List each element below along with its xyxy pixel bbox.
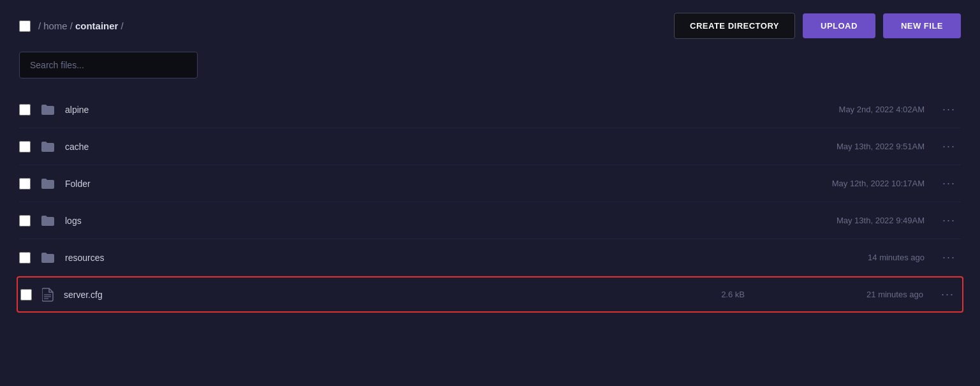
file-list: alpine May 2nd, 2022 4:02AM ··· cache Ma… (19, 91, 961, 313)
breadcrumb-separator-3: / (121, 20, 123, 31)
header-left: / home / container / (19, 20, 124, 32)
file-checkbox-4[interactable] (19, 252, 31, 264)
header-actions: CREATE DIRECTORY UPLOAD NEW FILE (674, 13, 961, 39)
folder-icon (41, 252, 55, 264)
file-date: 21 minutes ago (783, 290, 923, 299)
file-date: May 13th, 2022 9:49AM (784, 216, 925, 225)
folder-icon (41, 215, 55, 226)
table-row: logs May 13th, 2022 9:49AM ··· (19, 202, 961, 239)
file-more-options[interactable]: ··· (937, 137, 961, 156)
file-name[interactable]: Folder (65, 179, 695, 189)
file-name[interactable]: logs (65, 216, 695, 226)
file-name[interactable]: server.cfg (64, 290, 694, 300)
file-date: 14 minutes ago (784, 253, 925, 262)
file-checkbox-5[interactable] (20, 289, 32, 301)
file-name[interactable]: cache (65, 142, 695, 152)
breadcrumb-separator-2: / (70, 20, 73, 31)
file-name[interactable]: resources (65, 253, 695, 263)
new-file-button[interactable]: NEW FILE (883, 13, 961, 38)
file-more-options[interactable]: ··· (937, 174, 961, 193)
file-checkbox-1[interactable] (19, 141, 31, 152)
file-size: 2.6 kB (694, 290, 745, 299)
select-all-checkbox[interactable] (19, 20, 31, 32)
breadcrumb: / home / container / (38, 20, 124, 31)
upload-button[interactable]: UPLOAD (803, 13, 875, 38)
table-row: alpine May 2nd, 2022 4:02AM ··· (19, 91, 961, 128)
breadcrumb-separator-1: / (38, 20, 41, 31)
breadcrumb-current[interactable]: container (75, 20, 119, 31)
folder-icon (41, 178, 55, 189)
table-row: cache May 13th, 2022 9:51AM ··· (19, 128, 961, 165)
table-row: Folder May 12th, 2022 10:17AM ··· (19, 165, 961, 202)
file-icon (42, 288, 54, 302)
folder-icon (41, 141, 55, 152)
file-date: May 2nd, 2022 4:02AM (784, 105, 925, 114)
file-date: May 13th, 2022 9:51AM (784, 142, 925, 151)
file-checkbox-2[interactable] (19, 178, 31, 189)
file-checkbox-0[interactable] (19, 104, 31, 115)
file-more-options[interactable]: ··· (937, 100, 961, 119)
header: / home / container / CREATE DIRECTORY UP… (19, 13, 961, 39)
page-container: / home / container / CREATE DIRECTORY UP… (0, 0, 980, 325)
file-more-options[interactable]: ··· (937, 211, 961, 230)
search-input[interactable] (19, 52, 198, 78)
table-row: resources 14 minutes ago ··· (19, 239, 961, 276)
breadcrumb-home[interactable]: home (43, 20, 68, 31)
folder-icon (41, 104, 55, 115)
file-name[interactable]: alpine (65, 105, 695, 115)
file-more-options[interactable]: ··· (936, 285, 960, 304)
table-row: server.cfg 2.6 kB 21 minutes ago ··· (17, 276, 963, 313)
create-directory-button[interactable]: CREATE DIRECTORY (674, 13, 795, 39)
file-checkbox-3[interactable] (19, 215, 31, 226)
file-date: May 12th, 2022 10:17AM (784, 179, 925, 188)
search-container (19, 52, 961, 78)
file-more-options[interactable]: ··· (937, 248, 961, 267)
